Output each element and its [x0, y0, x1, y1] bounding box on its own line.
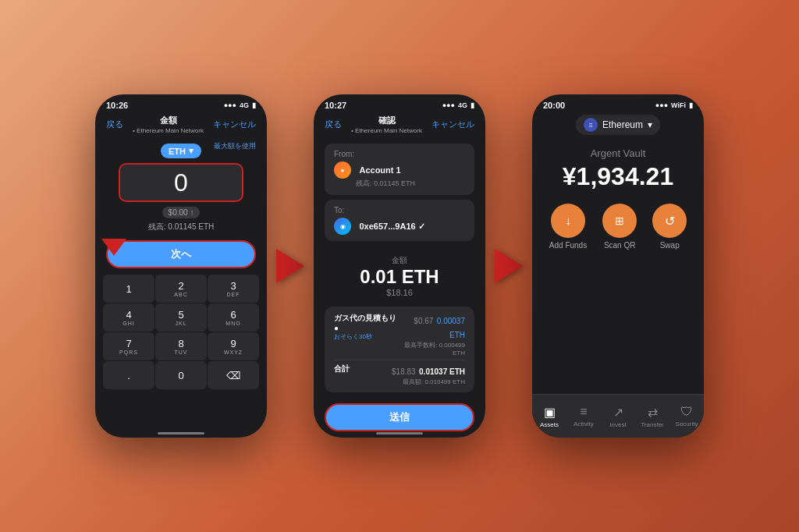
bottom-navigation: ▣ Assets ≡ Activity ↗ Invest ⇄ Transfer … — [532, 394, 704, 438]
delete-icon: ⌫ — [226, 370, 240, 381]
wifi-icon-3: WiFi — [671, 101, 686, 109]
arrow-1 — [267, 249, 314, 283]
assets-label: Assets — [540, 421, 559, 428]
nav-transfer[interactable]: ⇄ Transfer — [635, 405, 669, 428]
key-sub: GHI — [123, 321, 134, 326]
next-button[interactable]: 次へ — [106, 240, 256, 268]
key-sub: DEF — [227, 292, 240, 297]
gas-eth: 0.00037 ETH — [437, 317, 465, 339]
activity-label: Activity — [574, 420, 593, 427]
numpad: 1 2 ABC 3 DEF 4 GHI 5 JKL 6 MNO — [95, 271, 267, 392]
network-icon-2: 4G — [458, 101, 467, 109]
gas-usd: $0.67 — [414, 317, 433, 325]
dropdown-icon-eth: ▾ — [648, 119, 652, 130]
amount-usd-p2: $18.16 — [314, 288, 485, 297]
key-6[interactable]: 6 MNO — [208, 303, 259, 332]
nav-assets[interactable]: ▣ Assets — [532, 405, 566, 428]
status-bar-3: 20:00 ●●● WiFi ▮ — [532, 94, 704, 113]
key-main: 0 — [178, 370, 183, 381]
battery-icon-3: ▮ — [689, 101, 693, 109]
invest-label: Invest — [609, 421, 626, 428]
time-1: 10:26 — [106, 101, 128, 110]
currency-label: ETH — [169, 147, 186, 156]
fee-box: ガス代の見積もり ● おそらく30秒 $0.67 0.00037 ETH 最高手… — [325, 307, 474, 392]
battery-icon-2: ▮ — [471, 101, 474, 109]
balance-display: 残高: 0.01145 ETH — [148, 222, 214, 232]
fee-section: ガス代の見積もり ● おそらく30秒 $0.67 0.00037 ETH 最高手… — [314, 302, 485, 400]
nav-invest[interactable]: ↗ Invest — [601, 405, 635, 428]
wallet-body: Argent Vault ¥1,934.21 ↓ Add Funds ⊞ Sca… — [532, 141, 704, 268]
account-icon: ● — [334, 161, 351, 179]
status-icons-3: ●●● WiFi ▮ — [655, 101, 693, 109]
to-label: To: — [334, 206, 465, 215]
key-main: 7 — [126, 338, 131, 349]
total-label: 合計 — [334, 364, 350, 374]
back-btn-1[interactable]: 戻る — [106, 119, 123, 130]
scan-qr-button[interactable]: ⊞ Scan QR — [602, 204, 637, 250]
amount-center: 金額 0.01 ETH $18.16 — [314, 250, 485, 302]
time-2: 10:27 — [325, 101, 346, 110]
scan-qr-label: Scan QR — [604, 241, 636, 250]
phone-1: 10:26 ●●● 4G ▮ 戻る 金額 • Ethereum Main Net… — [95, 94, 267, 438]
key-main: 9 — [230, 338, 236, 349]
key-0[interactable]: 0 — [155, 361, 207, 389]
gas-right: $0.67 0.00037 ETH 最高手数料: 0.000499 ETH — [397, 313, 465, 356]
status-icons-2: ●●● 4G ▮ — [442, 101, 474, 109]
activity-icon: ≡ — [580, 405, 587, 419]
gas-time: おそらく30秒 — [334, 332, 397, 341]
network-icon-1: 4G — [240, 101, 249, 109]
max-button[interactable]: 最大額を使用 — [214, 141, 256, 151]
right-arrow-icon-1 — [276, 249, 304, 283]
key-1[interactable]: 1 — [103, 275, 154, 303]
key-9[interactable]: 9 WXYZ — [208, 332, 259, 360]
phones-container: 10:26 ●●● 4G ▮ 戻る 金額 • Ethereum Main Net… — [0, 0, 799, 532]
to-icon: ◉ — [334, 218, 351, 235]
total-row: 合計 $18.83 0.01037 ETH 最高額: 0.010499 ETH — [334, 364, 465, 386]
key-dot[interactable]: . — [103, 361, 154, 389]
key-4[interactable]: 4 GHI — [103, 303, 154, 332]
back-btn-2[interactable]: 戻る — [325, 119, 342, 130]
key-sub: TUV — [175, 349, 188, 355]
key-sub: MNO — [225, 321, 240, 326]
title-block-1: 金額 • Ethereum Main Network — [133, 115, 204, 134]
page-title-1: 金額 — [133, 115, 204, 126]
action-buttons: ↓ Add Funds ⊞ Scan QR ↺ Swap — [543, 204, 693, 250]
ethereum-selector[interactable]: Ξ Ethereum ▾ — [576, 115, 660, 135]
key-main: . — [127, 370, 130, 381]
swap-button[interactable]: ↺ Swap — [652, 204, 687, 250]
send-button[interactable]: 送信 — [325, 403, 474, 431]
status-bar-1: 10:26 ●●● 4G ▮ — [95, 94, 267, 113]
total-usd: $18.83 — [392, 367, 416, 376]
cancel-btn-2[interactable]: キャンセル — [431, 119, 474, 130]
cancel-btn-1[interactable]: キャンセル — [213, 119, 256, 130]
from-box: From: ● Account 1 残高: 0.01145 ETH — [325, 144, 474, 195]
add-funds-button[interactable]: ↓ Add Funds — [549, 204, 587, 250]
nav-activity[interactable]: ≡ Activity — [566, 405, 601, 427]
vault-title: Argent Vault — [543, 147, 693, 159]
currency-selector[interactable]: ETH ▾ — [161, 144, 201, 158]
amount-input-box[interactable]: 0 — [119, 163, 243, 202]
signal-icon-1: ●●● — [224, 101, 236, 109]
key-main: 4 — [126, 309, 131, 321]
page-title-2: 確認 — [351, 115, 422, 126]
key-sub: PQRS — [119, 349, 138, 355]
header-3: Ξ Ethereum ▾ — [532, 113, 704, 141]
amount-big: 0.01 ETH — [314, 266, 485, 288]
key-3[interactable]: 3 DEF — [208, 275, 259, 303]
key-5[interactable]: 5 JKL — [155, 303, 207, 332]
down-arrow — [101, 239, 126, 256]
eth-logo: Ξ — [584, 118, 598, 132]
from-label: From: — [334, 150, 465, 158]
key-2[interactable]: 2 ABC — [155, 275, 207, 303]
nav-security[interactable]: 🛡 Security — [669, 405, 704, 427]
phone-2: 10:27 ●●● 4G ▮ 戻る 確認 • Ethereum Main Net… — [314, 94, 485, 438]
signal-icon-2: ●●● — [442, 101, 455, 109]
battery-icon-1: ▮ — [252, 101, 256, 109]
key-main: 5 — [178, 309, 183, 321]
key-main: 1 — [126, 283, 131, 295]
key-delete[interactable]: ⌫ — [208, 361, 259, 389]
key-7[interactable]: 7 PQRS — [103, 332, 154, 360]
title-block-2: 確認 • Ethereum Main Network — [351, 115, 422, 134]
home-indicator-1 — [158, 432, 204, 434]
key-8[interactable]: 8 TUV — [155, 332, 207, 360]
